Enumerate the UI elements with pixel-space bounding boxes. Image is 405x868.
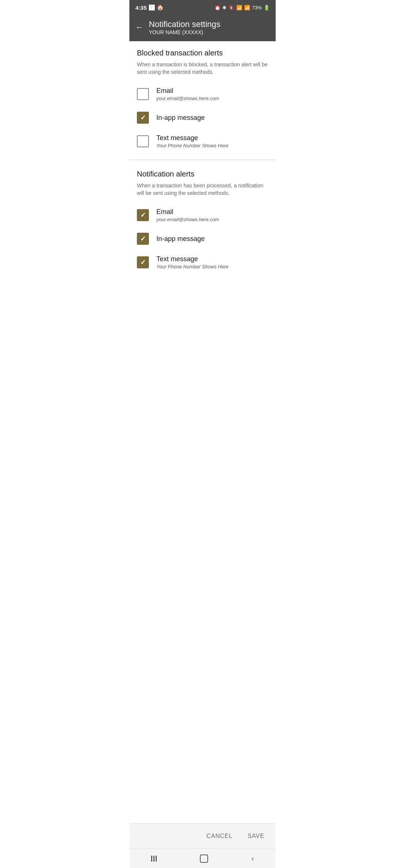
- time: 4:35: [135, 4, 147, 11]
- notif-inapp-label: In-app message: [156, 235, 205, 243]
- notif-text-text: Text message Your Phone Number Shows Her…: [156, 255, 228, 269]
- notif-inapp-checkbox-wrapper[interactable]: [137, 233, 149, 245]
- notif-inapp-checkbox[interactable]: [137, 233, 149, 245]
- notification-section: Notification alerts When a transaction h…: [129, 162, 276, 278]
- blocked-inapp-text: In-app message: [156, 114, 205, 122]
- home-icon: 🏠: [157, 4, 164, 11]
- blocked-inapp-checkbox[interactable]: [137, 112, 149, 124]
- notif-text-checkbox-wrapper[interactable]: [137, 256, 149, 268]
- signal-icon: 📶: [244, 5, 250, 10]
- notif-text-sublabel: Your Phone Number Shows Here: [156, 264, 228, 269]
- notif-email-item: Email your.email@shows.here.com: [137, 203, 268, 227]
- blocked-text-sublabel: Your Phone Number Shows Here: [156, 143, 228, 148]
- blocked-section-title: Blocked transaction alerts: [137, 49, 268, 57]
- wifi-icon: 📶: [236, 5, 242, 10]
- notif-text-checkbox[interactable]: [137, 256, 149, 268]
- blocked-text-text: Text message Your Phone Number Shows Her…: [156, 134, 228, 148]
- blocked-text-item: Text message Your Phone Number Shows Her…: [137, 129, 268, 154]
- status-right: ⏰ ✱ 🔇 📶 📶 73% 🔋: [214, 5, 270, 10]
- notif-email-text: Email your.email@shows.here.com: [156, 208, 219, 222]
- notification-section-description: When a transaction has been processed, a…: [137, 182, 268, 197]
- bluetooth-icon: ✱: [222, 5, 226, 10]
- notif-inapp-text: In-app message: [156, 235, 205, 243]
- blocked-email-checkbox-wrapper[interactable]: [137, 88, 149, 100]
- page-title: Notification settings: [149, 19, 220, 29]
- blocked-email-label: Email: [156, 87, 219, 95]
- section-divider: [129, 160, 276, 160]
- notif-inapp-item: In-app message: [137, 227, 268, 250]
- status-left: 4:35 🅿 🏠: [135, 4, 164, 11]
- header-text-group: Notification settings YOUR NAME (XXXXX): [149, 19, 220, 35]
- battery-icon: 🔋: [264, 5, 270, 10]
- notif-text-label: Text message: [156, 255, 228, 263]
- notif-email-checkbox-wrapper[interactable]: [137, 209, 149, 221]
- blocked-text-checkbox[interactable]: [137, 135, 149, 147]
- blocked-email-text: Email your.email@shows.here.com: [156, 87, 219, 101]
- page-header: ← Notification settings YOUR NAME (XXXXX…: [129, 15, 276, 41]
- account-name: YOUR NAME (XXXXX): [149, 29, 220, 35]
- blocked-email-item: Email your.email@shows.here.com: [137, 82, 268, 106]
- notif-text-item: Text message Your Phone Number Shows Her…: [137, 250, 268, 275]
- blocked-inapp-label: In-app message: [156, 114, 205, 122]
- blocked-email-checkbox[interactable]: [137, 88, 149, 100]
- blocked-text-checkbox-wrapper[interactable]: [137, 135, 149, 147]
- blocked-inapp-checkbox-wrapper[interactable]: [137, 112, 149, 124]
- main-content: Blocked transaction alerts When a transa…: [129, 41, 276, 278]
- notif-email-label: Email: [156, 208, 219, 216]
- notif-email-checkbox[interactable]: [137, 209, 149, 221]
- notif-email-sublabel: your.email@shows.here.com: [156, 217, 219, 222]
- alarm-icon: ⏰: [214, 5, 220, 10]
- blocked-email-sublabel: your.email@shows.here.com: [156, 96, 219, 101]
- back-button[interactable]: ←: [135, 22, 144, 32]
- blocked-section-description: When a transaction is blocked, a transac…: [137, 61, 268, 76]
- blocked-text-label: Text message: [156, 134, 228, 142]
- battery: 73%: [252, 5, 262, 10]
- blocked-section: Blocked transaction alerts When a transa…: [129, 41, 276, 157]
- blocked-inapp-item: In-app message: [137, 106, 268, 129]
- notification-section-title: Notification alerts: [137, 170, 268, 178]
- mute-icon: 🔇: [228, 5, 234, 10]
- paypal-icon: 🅿: [149, 4, 154, 11]
- status-bar: 4:35 🅿 🏠 ⏰ ✱ 🔇 📶 📶 73% 🔋: [129, 0, 276, 15]
